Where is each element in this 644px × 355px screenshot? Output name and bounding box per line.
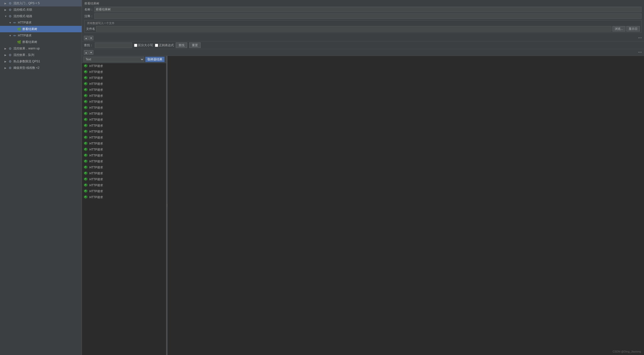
result-text: HTTP请求 <box>90 142 103 146</box>
expand-arrow: ▶ <box>4 9 8 11</box>
green-shield-icon <box>84 94 88 98</box>
sidebar-item-hotspot-qps1[interactable]: ▶ ⚙ 热点参数限流 QPS1 <box>0 58 82 65</box>
green-shield-icon <box>84 165 88 169</box>
file-row: 文件名 浏览... 显示日 <box>86 26 640 32</box>
file-name-input[interactable] <box>96 26 612 32</box>
result-item[interactable]: HTTP请求 <box>82 87 166 93</box>
result-text: HTTP请求 <box>90 165 103 170</box>
green-shield-icon <box>84 136 88 140</box>
case-sensitive-checkbox[interactable] <box>134 44 137 47</box>
sidebar-item-flow-chain[interactable]: ▼ ⚙ 流控模式-链路 <box>0 13 82 19</box>
case-sensitive-label: 区分大小写 <box>138 43 153 48</box>
regex-checkbox-label[interactable]: 正则表达式 <box>155 43 174 48</box>
find-button[interactable]: 查找 <box>176 43 187 48</box>
green-shield-icon <box>84 195 88 199</box>
sidebar-item-flow-queue[interactable]: ▶ ⚙ 流控效果，队列 <box>0 52 82 58</box>
expand-arrow: ▶ <box>4 54 8 56</box>
result-text: HTTP请求 <box>90 88 103 92</box>
green-shield-icon <box>84 148 88 152</box>
result-item[interactable]: HTTP请求 <box>82 194 166 200</box>
results-list: HTTP请求 HTTP请求 HTTP请求 HTTP请求 HTTP请求 HTTP请… <box>82 63 166 355</box>
result-text: HTTP请求 <box>90 136 103 140</box>
result-text: HTTP请求 <box>90 130 103 134</box>
sidebar-item-label: HTTP请求 <box>18 34 32 38</box>
result-item[interactable]: HTTP请求 <box>82 99 166 105</box>
gear-icon: ⚙ <box>8 46 12 51</box>
type-dropdown[interactable]: Text RegExp Tester CSS/JQuery Tester JSO… <box>84 57 144 62</box>
reset-button[interactable]: 重置 <box>189 43 200 48</box>
sidebar-item-flow-warmup[interactable]: ▶ ⚙ 流控效果，warm up <box>0 45 82 52</box>
result-text: HTTP请求 <box>90 64 103 68</box>
result-text: HTTP请求 <box>90 160 103 164</box>
down-arrow-btn-2[interactable]: ▼ <box>89 50 93 55</box>
result-item[interactable]: HTTP请求 <box>82 123 166 129</box>
result-item[interactable]: HTTP请求 <box>82 170 166 176</box>
result-item[interactable]: HTTP请求 <box>82 159 166 164</box>
sidebar-item-flow-qps[interactable]: ▶ ⚙ 流控入门，QPS < 5 <box>0 0 82 7</box>
result-item[interactable]: HTTP请求 <box>82 188 166 194</box>
result-item[interactable]: HTTP请求 <box>82 63 166 69</box>
result-item[interactable]: HTTP请求 <box>82 147 166 153</box>
result-item[interactable]: HTTP请求 <box>82 111 166 117</box>
green-shield-icon <box>84 183 88 187</box>
result-text: HTTP请求 <box>90 183 103 188</box>
display-button[interactable]: 显示日 <box>626 26 640 32</box>
file-name-label: 文件名 <box>86 27 95 31</box>
up-arrow-btn-1[interactable]: ▲ <box>84 36 88 40</box>
result-item[interactable]: HTTP请求 <box>82 164 166 170</box>
green-shield-icon <box>84 171 88 175</box>
expand-arrow: ▼ <box>4 15 8 18</box>
sidebar-item-label: 阈值类型-线程数 <2 <box>14 66 40 70</box>
sidebar-item-http-req-1[interactable]: ▼ ✏ HTTP请求 <box>0 19 82 26</box>
result-text: HTTP请求 <box>90 94 103 98</box>
expand-arrow <box>14 41 17 44</box>
up-arrow-btn-2[interactable]: ▲ <box>84 50 88 55</box>
browse-button[interactable]: 浏览... <box>612 26 626 32</box>
result-item[interactable]: HTTP请求 <box>82 176 166 182</box>
sidebar-item-label: 流控效果，warm up <box>14 47 40 51</box>
result-text: HTTP请求 <box>90 106 103 110</box>
result-item[interactable]: HTTP请求 <box>82 93 166 99</box>
sidebar-item-http-req-2[interactable]: ▼ ✏ HTTP请求 <box>0 32 82 39</box>
result-item[interactable]: HTTP请求 <box>82 129 166 135</box>
expand-arrow: ▼ <box>9 21 12 24</box>
result-item[interactable]: HTTP请求 <box>82 135 166 141</box>
sidebar-item-flow-assoc[interactable]: ▶ ⚙ 流控模式-关联 <box>0 7 82 13</box>
regex-checkbox[interactable] <box>155 44 158 47</box>
gear-icon: ⚙ <box>8 1 12 6</box>
result-item[interactable]: HTTP请求 <box>82 81 166 87</box>
sidebar-item-label: 察看结果树 <box>22 40 37 44</box>
sidebar-item-label: 察看结果树 <box>22 27 37 31</box>
search-input[interactable] <box>95 43 132 48</box>
result-text: HTTP请求 <box>90 118 103 122</box>
result-item[interactable]: HTTP请求 <box>82 117 166 123</box>
comment-input[interactable] <box>94 14 642 19</box>
regex-label: 正则表达式 <box>159 43 174 48</box>
case-sensitive-checkbox-label[interactable]: 区分大小写 <box>134 43 153 48</box>
file-section-title: 所有数据写入一个文件 <box>86 21 116 25</box>
result-item[interactable]: HTTP请求 <box>82 182 166 188</box>
green-shield-icon <box>84 118 88 122</box>
expand-arrow: ▶ <box>4 2 8 5</box>
file-section: 所有数据写入一个文件 文件名 浏览... 显示日 <box>84 20 642 33</box>
result-item[interactable]: HTTP请求 <box>82 153 166 159</box>
toolbar-dots-1[interactable]: ••• <box>638 36 642 40</box>
sidebar-item-threshold-threads[interactable]: ▶ ⚙ 阈值类型-线程数 <2 <box>0 65 82 71</box>
name-input[interactable] <box>94 7 642 12</box>
toolbar-dots-2[interactable]: ••• <box>638 51 642 54</box>
result-item[interactable]: HTTP请求 <box>82 69 166 75</box>
result-item[interactable]: HTTP请求 <box>82 75 166 81</box>
expand-arrow: ▼ <box>9 34 12 37</box>
result-item[interactable]: HTTP请求 <box>82 105 166 111</box>
result-item[interactable]: HTTP请求 <box>82 141 166 147</box>
sidebar-item-label: HTTP请求 <box>18 21 32 25</box>
sidebar-item-label: 流控模式-链路 <box>14 14 32 18</box>
down-arrow-btn-1[interactable]: ▼ <box>89 36 93 40</box>
expand-arrow <box>14 28 17 31</box>
gear-icon: ⚙ <box>8 8 12 12</box>
search-row: 查找： 区分大小写 正则表达式 查找 重置 <box>82 42 644 49</box>
comment-label: 注释： <box>84 14 94 18</box>
sidebar-item-result-tree-2[interactable]: 🌿 察看结果树 <box>0 39 82 45</box>
sidebar-item-result-tree-1[interactable]: 🌿 察看结果树 <box>0 26 82 32</box>
content-area: Text RegExp Tester CSS/JQuery Tester JSO… <box>82 56 644 355</box>
